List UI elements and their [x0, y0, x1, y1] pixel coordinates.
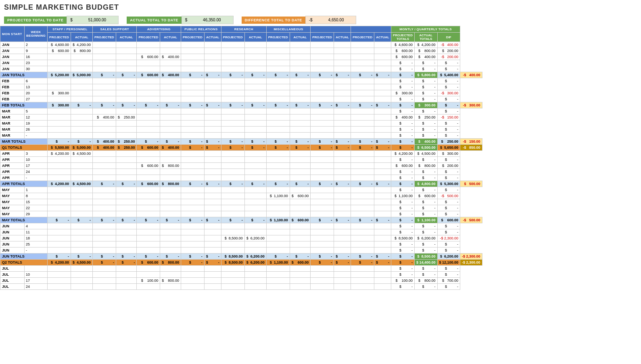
table-row: MAY 22 $ - $ - $ -	[0, 205, 482, 211]
extra1-header	[311, 26, 351, 33]
table-row: MAR 26 $ - $ - $ -	[0, 127, 482, 133]
table-row: APR 17 $ 600.00 $ 800.00 $ 600.00 $ 800.…	[0, 163, 482, 169]
actual-summary: ACTUAL TOTAL TO DATE $ 46,350.00	[127, 16, 233, 24]
sales-proj: PROJECTED	[93, 33, 116, 42]
week-beginning-header: WEEKBEGINNING	[25, 26, 48, 42]
may-totals-row: MAY TOTALS $ - $ - $ - $ - $ - $ - $ - $…	[0, 217, 482, 223]
ex2-act: ACTUAL	[374, 33, 391, 42]
table-row: APR 10 $ - $ - $ -	[0, 157, 482, 163]
table-row: JUN - $ - $ - $ -	[0, 248, 482, 254]
jan-totals-row: JAN TOTALS $ 5,200.00 $ 5,000.00 $ - $ -…	[0, 72, 482, 78]
projected-summary: PROJECTED TOTAL TO DATE $ 51,000.00	[4, 16, 119, 24]
table-row: JAN 23 $ - $ - $ -	[0, 60, 482, 66]
diff-summary: DIFFERENCE TOTAL TO DATE -$ 4,650.00	[242, 16, 357, 24]
table-row: JAN 9 $ 600.00 $ 800.00 $ 600.00 $ 800.0…	[0, 48, 482, 54]
misc-header: MISCELLANEOUS	[266, 26, 310, 33]
table-row: JUN 4 $ - $ - $ -	[0, 223, 482, 229]
q1-totals-row: Q1 TOTALS $ 5,500.00 $ 5,000.00 $ 400.00…	[0, 145, 482, 151]
extra2-header	[351, 26, 391, 33]
ex2-proj: PROJECTED	[351, 33, 374, 42]
page-title: SIMPLE MARKETING BUDGET	[0, 0, 641, 14]
ex1-proj: PROJECTED	[311, 33, 334, 42]
table-row: MAY 15 $ - $ - $ -	[0, 199, 482, 205]
table-row: JUN 18 $ 8,500.00 $ 6,200.00 $ 8,500.00 …	[0, 235, 482, 241]
actual-label: ACTUAL TOTAL TO DATE	[127, 17, 182, 24]
header-group-row: MON START WEEKBEGINNING STAFF / PERSONNE…	[0, 26, 482, 33]
monthly-dif: DIF	[437, 33, 460, 42]
projected-label: PROJECTED TOTAL TO DATE	[4, 17, 67, 24]
ex1-act: ACTUAL	[334, 33, 351, 42]
table-row: JAN 16 $ 600.00 $ 400.00 $ 600.00 $ 400.…	[0, 54, 482, 60]
pr-act: ACTUAL	[204, 33, 221, 42]
apr-totals-row: APR TOTALS $ 4,200.00 $ 4,500.00 $ - $ -…	[0, 181, 482, 187]
table-row: FEB 6 $ - $ - $ -	[0, 78, 482, 84]
table-row: JAN 30 $ - $ - $ -	[0, 66, 482, 72]
header-sub-row: PROJECTED ACTUAL PROJECTED ACTUAL PROJEC…	[0, 33, 482, 42]
adv-act: ACTUAL	[160, 33, 181, 42]
sales-act: ACTUAL	[116, 33, 137, 42]
pr-proj: PROJECTED	[181, 33, 204, 42]
table-row: FEB 20 $ 300.00 $ 300.00 $ - -$ 300.00	[0, 90, 482, 96]
feb-totals-row: FEB TOTALS $ 300.00 $ - $ - $ - $ - $ - …	[0, 102, 482, 108]
adv-proj: PROJECTED	[137, 33, 160, 42]
table-row: JAN 2 $ 4,600.00 $ 4,200.00 $ 4,600.00 $…	[0, 42, 482, 48]
table-row: APR 24 $ - $ - $ -	[0, 169, 482, 175]
res-act: ACTUAL	[244, 33, 266, 42]
table-row: JUN 11 $ - $ - $ -	[0, 229, 482, 235]
misc-proj: PROJECTED	[266, 33, 290, 42]
table-row: JUN 25 $ - $ - $ -	[0, 241, 482, 248]
jun-totals-row: JUN TOTALS $ - $ - $ - $ - $ - $ - $ - $…	[0, 254, 482, 260]
table-row: MAR 19 $ - $ - $ -	[0, 121, 482, 127]
budget-table: MON START WEEKBEGINNING STAFF / PERSONNE…	[0, 26, 482, 290]
summary-bar: PROJECTED TOTAL TO DATE $ 51,000.00 ACTU…	[0, 14, 641, 26]
table-row: FEB 27 $ - $ - $ -	[0, 96, 482, 102]
misc-act: ACTUAL	[290, 33, 311, 42]
table-row: MAR - $ - $ - $ -	[0, 133, 482, 139]
table-row: JUL 24 $ - $ - $ -	[0, 284, 482, 290]
pr-header: PUBLIC RELATIONS	[181, 26, 221, 33]
mar-totals-row: MAR TOTALS $ - $ - $ 400.00 $ 250.00 $ -…	[0, 139, 482, 145]
table-row: MAR 12 $ 400.00 $ 250.00 $ 400.00 $ 250.…	[0, 114, 482, 121]
table-row: FEB 13 $ - $ - $ -	[0, 84, 482, 90]
table-row: APR - $ - $ - $ -	[0, 175, 482, 181]
table-row: JUL 17 $ 100.00 $ 800.00 $ 100.00 $ 800.…	[0, 278, 482, 284]
table-row: MAY 8 $ 1,100.00 $ 600.00 $ 1,100.00 $ 6…	[0, 193, 482, 199]
actual-value: $ 46,350.00	[182, 16, 234, 24]
res-proj: PROJECTED	[221, 33, 244, 42]
diff-label: DIFFERENCE TOTAL TO DATE	[242, 17, 305, 24]
table-body: JAN 2 $ 4,600.00 $ 4,200.00 $ 4,600.00 $…	[0, 42, 482, 290]
monthly-proj-totals: PROJECTEDTOTALS	[391, 33, 415, 42]
research-header: RESEARCH	[221, 26, 266, 33]
mon-start-header: MON START	[0, 26, 25, 42]
monthly-header: MONTLY / QUARTERLY TOTALS	[391, 26, 460, 33]
q2-totals-row: Q2 TOTALS $ 4,200.00 $ 4,500.00 $ - $ - …	[0, 260, 482, 266]
spreadsheet: MON START WEEKBEGINNING STAFF / PERSONNE…	[0, 26, 641, 290]
staff-act: ACTUAL	[71, 33, 92, 42]
sales-header: SALES SUPPORT	[93, 26, 137, 33]
table-row: MAY 29 $ - $ - $ -	[0, 211, 482, 217]
staff-header: STAFF / PERSONNEL	[48, 26, 93, 33]
table-row: JUL 10 $ - $ - $ -	[0, 272, 482, 278]
table-row: APR 3 $ 4,200.00 $ 4,500.00 $ 4,200.00 $…	[0, 151, 482, 157]
staff-proj: PROJECTED	[48, 33, 71, 42]
table-row: MAY 1 $ - $ - $ -	[0, 187, 482, 193]
table-row: MAR 5 $ - $ - $ -	[0, 108, 482, 114]
monthly-act-totals: ACTUALTOTALS	[414, 33, 437, 42]
table-row: JUL $ - $ - $ -	[0, 266, 482, 272]
projected-value: $ 51,000.00	[67, 16, 119, 24]
advertising-header: ADVERTISING	[137, 26, 181, 33]
diff-value: -$ 4,650.00	[305, 16, 357, 24]
